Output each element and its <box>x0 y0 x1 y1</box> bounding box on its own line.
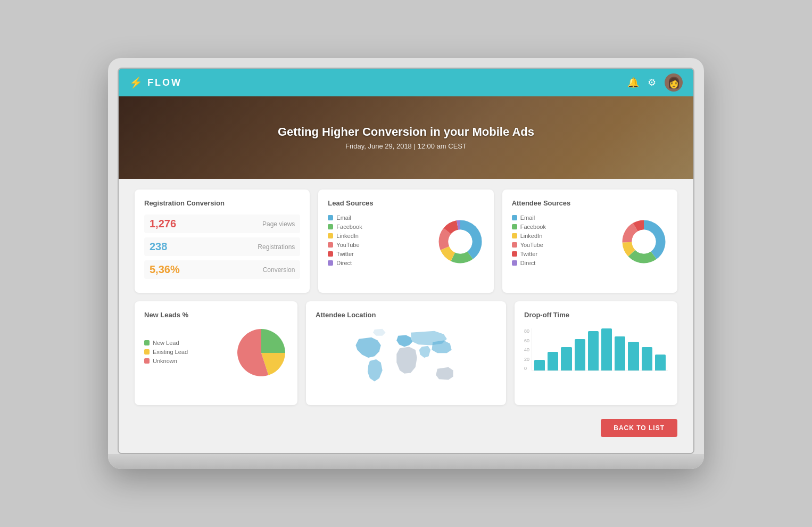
attendee-sources-legend: Email Facebook LinkedIn YouTube Twitter … <box>512 215 612 269</box>
bar <box>642 347 652 370</box>
logo-text: FLOW <box>147 77 182 88</box>
attendee-location-card: Attendee Location <box>306 301 506 405</box>
bar <box>534 360 545 370</box>
attendee-sources-donut <box>620 218 668 266</box>
conversion-row: 5,36% Conversion <box>144 260 300 279</box>
bar <box>575 339 585 370</box>
legend-item: Email <box>328 215 428 221</box>
conversion-label: Conversion <box>263 266 295 274</box>
logo-icon: ⚡ <box>129 76 144 89</box>
lead-sources-card: Lead Sources Email Facebook LinkedIn You… <box>318 190 493 293</box>
registrations-row: 238 Registrations <box>144 237 300 256</box>
legend-item: Twitter <box>512 251 612 257</box>
bar <box>561 347 571 370</box>
legend-item: LinkedIn <box>328 233 428 239</box>
page-views-label: Page views <box>262 220 295 228</box>
lead-sources-donut <box>436 218 484 266</box>
bar <box>601 328 612 370</box>
lead-sources-content: Email Facebook LinkedIn YouTube Twitter … <box>328 215 484 269</box>
bar <box>548 352 558 370</box>
avatar[interactable]: 👩 <box>665 73 683 92</box>
legend-item: Direct <box>512 260 612 266</box>
legend-item: Email <box>512 215 612 221</box>
hero-date: Friday, June 29, 2018 | 12:00 am CEST <box>345 142 467 150</box>
legend-item: Direct <box>328 260 428 266</box>
attendee-sources-card: Attendee Sources Email Facebook LinkedIn… <box>502 190 677 293</box>
bar-chart <box>532 328 668 371</box>
legend-item: New Lead <box>144 340 227 346</box>
cards-row-1: Registration Conversion 1,276 Page views… <box>135 190 677 293</box>
registrations-value: 238 <box>150 241 167 253</box>
y-axis-labels: 80 60 40 20 0 <box>524 328 529 371</box>
app-header: ⚡ FLOW 🔔 ⚙ 👩 <box>119 69 693 96</box>
new-leads-content: New Lead Existing Lead Unknown <box>144 326 288 380</box>
registrations-label: Registrations <box>258 243 295 251</box>
cards-row-2: New Leads % New Lead Existing Lead Unkno… <box>135 301 677 405</box>
content-area: Registration Conversion 1,276 Page views… <box>119 179 693 453</box>
attendee-sources-title: Attendee Sources <box>512 199 668 207</box>
bell-icon[interactable]: 🔔 <box>627 77 639 88</box>
world-map <box>316 326 496 396</box>
bar <box>588 331 599 370</box>
legend-item: Facebook <box>512 224 612 230</box>
lead-sources-legend: Email Facebook LinkedIn YouTube Twitter … <box>328 215 428 269</box>
bar <box>655 355 666 370</box>
legend-item: Existing Lead <box>144 349 227 355</box>
svg-point-13 <box>632 230 656 254</box>
legend-item: Unknown <box>144 358 227 364</box>
legend-item: YouTube <box>512 242 612 248</box>
attendee-sources-content: Email Facebook LinkedIn YouTube Twitter … <box>512 215 668 269</box>
new-leads-card: New Leads % New Lead Existing Lead Unkno… <box>135 301 297 405</box>
registration-conversion-card: Registration Conversion 1,276 Page views… <box>135 190 310 293</box>
gear-icon[interactable]: ⚙ <box>648 77 656 88</box>
page-views-value: 1,276 <box>150 218 176 230</box>
laptop-base <box>108 454 704 469</box>
hero-banner: Getting Higher Conversion in your Mobile… <box>119 96 693 179</box>
legend-item: Facebook <box>328 224 428 230</box>
bar <box>615 336 625 370</box>
conversion-value: 5,36% <box>150 264 180 276</box>
new-leads-pie <box>235 326 288 380</box>
attendee-location-title: Attendee Location <box>316 311 496 319</box>
legend-item: YouTube <box>328 242 428 248</box>
new-leads-title: New Leads % <box>144 311 288 319</box>
bottom-bar: BACK TO LIST <box>135 414 677 437</box>
dropoff-title: Drop-off Time <box>524 311 668 319</box>
legend-item: LinkedIn <box>512 233 612 239</box>
page-views-row: 1,276 Page views <box>144 215 300 233</box>
dropoff-time-card: Drop-off Time 80 60 40 20 0 <box>515 301 677 405</box>
new-leads-legend: New Lead Existing Lead Unknown <box>144 340 227 367</box>
bar <box>628 342 639 371</box>
lead-sources-title: Lead Sources <box>328 199 484 207</box>
svg-point-6 <box>448 230 472 254</box>
hero-title: Getting Higher Conversion in your Mobile… <box>278 125 534 139</box>
legend-item: Twitter <box>328 251 428 257</box>
header-icons: 🔔 ⚙ 👩 <box>627 73 683 92</box>
back-to-list-button[interactable]: BACK TO LIST <box>601 419 677 437</box>
logo: ⚡ FLOW <box>129 76 182 89</box>
reg-conv-title: Registration Conversion <box>144 199 300 207</box>
